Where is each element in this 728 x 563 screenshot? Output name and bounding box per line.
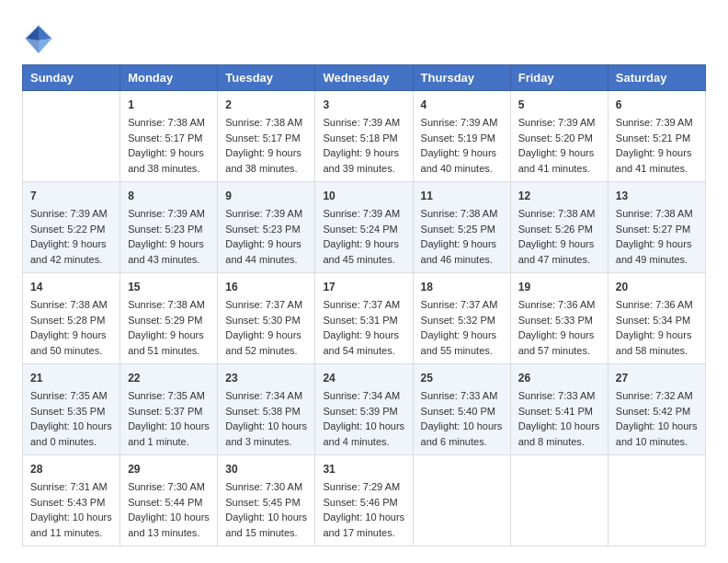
- day-number: 5: [518, 97, 600, 113]
- day-info: and 58 minutes.: [616, 343, 698, 359]
- day-info: Daylight: 10 hours: [323, 419, 404, 434]
- day-number: 4: [421, 97, 503, 113]
- calendar-cell: 20Sunrise: 7:36 AMSunset: 5:34 PMDayligh…: [608, 273, 705, 364]
- calendar-cell: 23Sunrise: 7:34 AMSunset: 5:38 PMDayligh…: [218, 364, 315, 455]
- calendar-cell: 26Sunrise: 7:33 AMSunset: 5:41 PMDayligh…: [510, 364, 608, 455]
- day-info: Sunrise: 7:35 AM: [30, 388, 112, 404]
- day-info: and 45 minutes.: [323, 252, 404, 268]
- svg-marker-2: [39, 26, 51, 40]
- day-info: Sunset: 5:40 PM: [421, 404, 503, 419]
- day-info: Sunset: 5:45 PM: [225, 495, 307, 511]
- week-row-3: 14Sunrise: 7:38 AMSunset: 5:28 PMDayligh…: [23, 273, 706, 364]
- day-info: Sunset: 5:18 PM: [323, 131, 404, 146]
- calendar-cell: 4Sunrise: 7:39 AMSunset: 5:19 PMDaylight…: [413, 91, 510, 182]
- day-number: 1: [128, 97, 210, 113]
- day-info: and 54 minutes.: [323, 343, 404, 359]
- calendar-cell: 21Sunrise: 7:35 AMSunset: 5:35 PMDayligh…: [23, 364, 120, 455]
- calendar-cell: 7Sunrise: 7:39 AMSunset: 5:22 PMDaylight…: [23, 182, 120, 273]
- day-info: and 13 minutes.: [128, 525, 210, 541]
- day-info: Daylight: 9 hours: [30, 236, 112, 252]
- day-info: Sunset: 5:37 PM: [128, 404, 210, 419]
- calendar-cell: 6Sunrise: 7:39 AMSunset: 5:21 PMDaylight…: [608, 91, 705, 182]
- day-info: Sunrise: 7:39 AM: [518, 115, 600, 131]
- day-info: and 15 minutes.: [225, 525, 307, 541]
- day-info: Sunset: 5:33 PM: [518, 313, 600, 328]
- day-info: Daylight: 10 hours: [518, 419, 600, 434]
- day-number: 9: [225, 188, 307, 204]
- day-number: 20: [616, 279, 698, 295]
- calendar-cell: 27Sunrise: 7:32 AMSunset: 5:42 PMDayligh…: [608, 364, 705, 455]
- col-header-friday: Friday: [510, 65, 608, 91]
- header: [22, 18, 706, 55]
- calendar-cell: 3Sunrise: 7:39 AMSunset: 5:18 PMDaylight…: [315, 91, 413, 182]
- day-info: Sunset: 5:32 PM: [421, 313, 503, 328]
- calendar-cell: [608, 455, 705, 546]
- logo-icon: [22, 22, 55, 55]
- week-row-4: 21Sunrise: 7:35 AMSunset: 5:35 PMDayligh…: [23, 364, 706, 455]
- day-info: Sunset: 5:25 PM: [421, 222, 503, 237]
- calendar-cell: 5Sunrise: 7:39 AMSunset: 5:20 PMDaylight…: [510, 91, 608, 182]
- day-info: Sunset: 5:34 PM: [616, 313, 698, 328]
- day-info: Sunrise: 7:39 AM: [128, 206, 210, 222]
- day-info: and 46 minutes.: [421, 252, 503, 268]
- week-row-1: 1Sunrise: 7:38 AMSunset: 5:17 PMDaylight…: [23, 91, 706, 182]
- calendar-cell: 22Sunrise: 7:35 AMSunset: 5:37 PMDayligh…: [120, 364, 218, 455]
- day-info: and 42 minutes.: [30, 252, 112, 268]
- day-info: Sunrise: 7:38 AM: [518, 206, 600, 222]
- calendar-cell: [413, 455, 510, 546]
- col-header-tuesday: Tuesday: [218, 65, 315, 91]
- day-info: and 39 minutes.: [323, 161, 404, 177]
- day-number: 22: [128, 370, 210, 386]
- day-info: Sunset: 5:17 PM: [225, 131, 307, 146]
- day-info: Daylight: 9 hours: [128, 327, 210, 343]
- day-info: Daylight: 9 hours: [616, 145, 698, 161]
- calendar-cell: 30Sunrise: 7:30 AMSunset: 5:45 PMDayligh…: [218, 455, 315, 546]
- day-info: Sunrise: 7:35 AM: [128, 388, 210, 404]
- day-info: Sunrise: 7:37 AM: [225, 297, 307, 313]
- calendar-cell: 13Sunrise: 7:38 AMSunset: 5:27 PMDayligh…: [608, 182, 705, 273]
- calendar-cell: 2Sunrise: 7:38 AMSunset: 5:17 PMDaylight…: [218, 91, 315, 182]
- day-info: Sunrise: 7:37 AM: [421, 297, 503, 313]
- day-info: Daylight: 9 hours: [30, 327, 112, 343]
- calendar-cell: 24Sunrise: 7:34 AMSunset: 5:39 PMDayligh…: [315, 364, 413, 455]
- day-info: and 41 minutes.: [616, 161, 698, 177]
- day-number: 14: [30, 279, 112, 295]
- day-info: Sunset: 5:43 PM: [30, 495, 112, 511]
- day-info: Sunrise: 7:29 AM: [323, 479, 404, 495]
- calendar-cell: 17Sunrise: 7:37 AMSunset: 5:31 PMDayligh…: [315, 273, 413, 364]
- day-info: Sunset: 5:41 PM: [518, 404, 600, 419]
- week-row-2: 7Sunrise: 7:39 AMSunset: 5:22 PMDaylight…: [23, 182, 706, 273]
- calendar-table: SundayMondayTuesdayWednesdayThursdayFrid…: [22, 64, 706, 546]
- day-info: Sunrise: 7:36 AM: [518, 297, 600, 313]
- day-info: Daylight: 10 hours: [128, 510, 210, 525]
- calendar-cell: 11Sunrise: 7:38 AMSunset: 5:25 PMDayligh…: [413, 182, 510, 273]
- calendar-cell: 10Sunrise: 7:39 AMSunset: 5:24 PMDayligh…: [315, 182, 413, 273]
- day-info: Sunset: 5:35 PM: [30, 404, 112, 419]
- day-info: Daylight: 10 hours: [128, 419, 210, 434]
- day-info: Sunset: 5:23 PM: [225, 222, 307, 237]
- day-info: Sunset: 5:19 PM: [421, 131, 503, 146]
- day-info: Sunrise: 7:37 AM: [323, 297, 404, 313]
- day-info: Daylight: 9 hours: [323, 327, 404, 343]
- day-info: Daylight: 9 hours: [225, 145, 307, 161]
- calendar-cell: 16Sunrise: 7:37 AMSunset: 5:30 PMDayligh…: [218, 273, 315, 364]
- calendar-cell: 8Sunrise: 7:39 AMSunset: 5:23 PMDaylight…: [120, 182, 218, 273]
- day-info: Daylight: 9 hours: [518, 236, 600, 252]
- day-info: Daylight: 9 hours: [225, 236, 307, 252]
- day-info: Sunrise: 7:39 AM: [616, 115, 698, 131]
- day-info: Sunrise: 7:34 AM: [225, 388, 307, 404]
- day-info: and 55 minutes.: [421, 343, 503, 359]
- col-header-thursday: Thursday: [413, 65, 510, 91]
- day-number: 6: [616, 97, 698, 113]
- day-info: Sunset: 5:42 PM: [616, 404, 698, 419]
- day-info: Daylight: 9 hours: [518, 145, 600, 161]
- calendar-cell: 29Sunrise: 7:30 AMSunset: 5:44 PMDayligh…: [120, 455, 218, 546]
- day-info: Sunset: 5:39 PM: [323, 404, 404, 419]
- header-row: SundayMondayTuesdayWednesdayThursdayFrid…: [23, 65, 706, 91]
- day-number: 16: [225, 279, 307, 295]
- day-info: Daylight: 9 hours: [128, 236, 210, 252]
- day-number: 30: [225, 461, 307, 477]
- day-info: Sunset: 5:30 PM: [225, 313, 307, 328]
- day-info: Daylight: 9 hours: [323, 145, 404, 161]
- day-info: Sunset: 5:26 PM: [518, 222, 600, 237]
